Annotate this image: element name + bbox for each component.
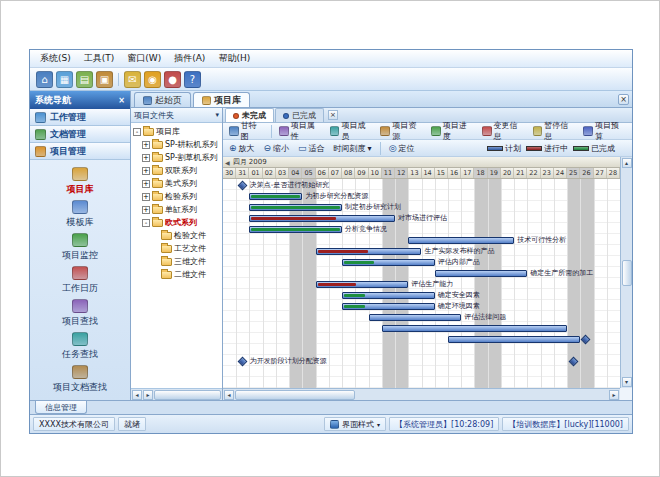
gantt-chart-area: ◀ 四月 2009 303101020304050607080910111213…: [223, 157, 620, 400]
timeline-prev-icon[interactable]: ◀: [225, 159, 230, 166]
gantt-bar[interactable]: [342, 259, 435, 266]
expand-icon[interactable]: +: [142, 180, 150, 188]
collapse-icon[interactable]: -: [142, 219, 150, 227]
gantt-bar[interactable]: [435, 270, 528, 277]
sidebar-item-任务查找[interactable]: 任务查找: [30, 332, 130, 365]
gantt-bar[interactable]: [342, 303, 435, 310]
sidebar-item-模板库[interactable]: 模板库: [30, 200, 130, 233]
tree-item-二维文件[interactable]: 二维文件: [133, 268, 222, 281]
interface-style-selector[interactable]: 界面样式 ▾: [324, 417, 386, 431]
tree-item-SP-耕耘机系列[interactable]: +SP-耕耘机系列: [133, 138, 222, 151]
tree-item-美式系列[interactable]: +美式系列: [133, 177, 222, 190]
gantt-vertical-scrollbar[interactable]: ▴ ▾: [620, 157, 632, 388]
sidebar-item-项目查找[interactable]: 项目查找: [30, 299, 130, 332]
gantt-milestone[interactable]: [237, 181, 247, 191]
gantt-bar[interactable]: [249, 215, 395, 222]
sidebar-item-项目监控[interactable]: 项目监控: [30, 233, 130, 266]
time-scale-dropdown[interactable]: 时间刻度▾: [331, 142, 375, 155]
tree-item-三维文件[interactable]: 三维文件: [133, 255, 222, 268]
gantt-bar[interactable]: [408, 237, 514, 244]
gantt-bar[interactable]: [369, 314, 462, 321]
task-label: 为开发阶段计划分配资源: [250, 357, 327, 366]
expand-icon[interactable]: +: [142, 154, 150, 162]
gantt-milestone[interactable]: [237, 357, 247, 367]
tree-item-SP-割草机系列[interactable]: +SP-割草机系列: [133, 151, 222, 164]
expand-icon[interactable]: +: [142, 206, 150, 214]
tree-item-双联系列[interactable]: +双联系列: [133, 164, 222, 177]
tree-item-检验文件[interactable]: 检验文件: [133, 229, 222, 242]
tab-起始页[interactable]: 起始页: [134, 92, 191, 107]
day-header-cell: 27: [594, 168, 607, 178]
scroll-left-icon[interactable]: ◂: [224, 390, 234, 400]
day-header-cell: 26: [580, 168, 593, 178]
scroll-right-icon[interactable]: ▸: [143, 390, 153, 400]
group-icon: [35, 112, 46, 123]
scroll-thumb[interactable]: [622, 260, 632, 286]
day-header-cell: 03: [276, 168, 289, 178]
mail-icon[interactable]: ✉: [124, 71, 141, 88]
gantt-bar[interactable]: [316, 248, 422, 255]
lock-icon[interactable]: ◉: [144, 71, 161, 88]
stop-icon[interactable]: ●: [164, 71, 181, 88]
menu-item[interactable]: 窗口(W): [121, 51, 167, 66]
tree-horizontal-scrollbar[interactable]: ◂ ▸: [131, 388, 222, 400]
day-header-cell: 15: [435, 168, 448, 178]
menu-item[interactable]: 插件(A): [168, 51, 211, 66]
scroll-up-icon[interactable]: ▴: [622, 158, 632, 168]
menu-item[interactable]: 帮助(H): [212, 51, 256, 66]
tree-filter-dropdown-icon[interactable]: ▾: [215, 111, 219, 119]
tab-项目库[interactable]: 项目库: [193, 92, 250, 107]
gantt-bar[interactable]: [316, 281, 409, 288]
gantt-bar[interactable]: [342, 292, 435, 299]
help-icon[interactable]: ?: [184, 71, 201, 88]
zoom-out-button[interactable]: ⊖缩小: [261, 142, 293, 155]
tree-item-label: 检验文件: [174, 230, 206, 241]
gantt-bar[interactable]: [249, 226, 342, 233]
tree-item-检验系列[interactable]: +检验系列: [133, 190, 222, 203]
sidebar-group-工作管理[interactable]: 工作管理: [30, 109, 130, 126]
gantt-button-icon: [279, 126, 289, 136]
gantt-horizontal-scrollbar[interactable]: ◂ ▸: [223, 388, 620, 400]
tree-item-单缸系列[interactable]: +单缸系列: [133, 203, 222, 216]
bottom-tab-strip: 信息管理: [30, 400, 632, 414]
collapse-icon[interactable]: -: [133, 128, 141, 136]
gantt-bar[interactable]: [249, 204, 342, 211]
expand-icon[interactable]: +: [142, 167, 150, 175]
tree-item-工艺文件[interactable]: 工艺文件: [133, 242, 222, 255]
sidebar-close-icon[interactable]: ×: [118, 96, 125, 105]
calendar-icon[interactable]: ▣: [96, 71, 113, 88]
locate-button[interactable]: ◎定位: [386, 142, 418, 155]
sidebar-group-文档管理[interactable]: 文档管理: [30, 126, 130, 143]
sidebar-group-项目管理[interactable]: 项目管理: [30, 143, 130, 160]
sidebar-item-项目文档查找[interactable]: 项目文档查找: [30, 365, 130, 398]
menu-item[interactable]: 工具(T): [78, 51, 121, 66]
gantt-button-label: 项目成员: [341, 120, 372, 142]
gantt-bar-progress: [251, 217, 335, 220]
sidebar-item-项目库[interactable]: 项目库: [30, 167, 130, 200]
group-label: 文档管理: [50, 128, 86, 141]
window-layout-icon[interactable]: ▦: [56, 71, 73, 88]
fit-button[interactable]: ▭适合: [295, 142, 328, 155]
tab-information-management[interactable]: 信息管理: [35, 401, 87, 414]
grid-line: [607, 179, 608, 388]
home-icon[interactable]: ⌂: [36, 71, 53, 88]
gantt-bar[interactable]: [448, 336, 580, 343]
tab-close-button[interactable]: ×: [618, 94, 629, 105]
expand-icon[interactable]: +: [142, 193, 150, 201]
scroll-right-icon[interactable]: ▸: [609, 390, 619, 400]
scroll-down-icon[interactable]: ▾: [622, 377, 632, 387]
gantt-bar[interactable]: [249, 193, 302, 200]
tree-item-欧式系列[interactable]: -欧式系列: [133, 216, 222, 229]
expand-icon[interactable]: +: [142, 141, 150, 149]
scroll-left-icon[interactable]: ◂: [132, 390, 142, 400]
sidebar-item-工作日历[interactable]: 工作日历: [30, 266, 130, 299]
zoom-in-button[interactable]: ⊕放大: [226, 142, 258, 155]
status-dot-icon: [283, 113, 289, 119]
cascade-icon[interactable]: ▤: [76, 71, 93, 88]
scroll-thumb[interactable]: [235, 390, 355, 400]
gantt-bar[interactable]: [382, 325, 567, 332]
menu-item[interactable]: 系统(S): [34, 51, 77, 66]
gantt-button-label: 项目进度: [443, 120, 474, 142]
tree-item-项目库[interactable]: -项目库: [133, 125, 222, 138]
scroll-thumb[interactable]: [154, 390, 221, 400]
